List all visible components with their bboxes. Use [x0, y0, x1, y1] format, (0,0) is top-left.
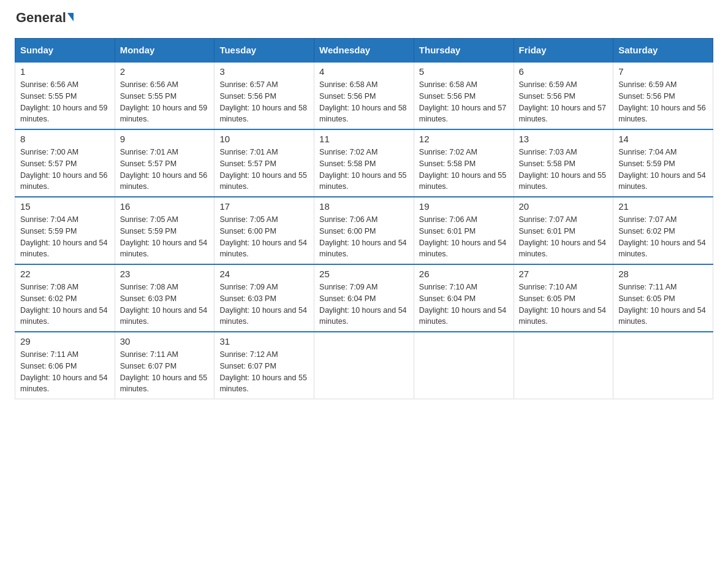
sunset-label: Sunset: 6:05 PM: [618, 294, 675, 303]
calendar-cell: 21 Sunrise: 7:07 AM Sunset: 6:02 PM Dayl…: [613, 197, 713, 264]
calendar-cell: 11 Sunrise: 7:02 AM Sunset: 5:58 PM Dayl…: [314, 129, 414, 197]
day-info: Sunrise: 7:00 AM Sunset: 5:57 PM Dayligh…: [20, 147, 110, 193]
day-info: Sunrise: 6:58 AM Sunset: 5:56 PM Dayligh…: [419, 79, 509, 125]
day-number: 11: [319, 134, 409, 144]
day-number: 15: [20, 201, 110, 212]
daylight-label: Daylight: 10 hours and 55 minutes.: [219, 171, 306, 191]
calendar-cell: 16 Sunrise: 7:05 AM Sunset: 5:59 PM Dayl…: [115, 197, 214, 264]
sunset-label: Sunset: 6:03 PM: [219, 294, 276, 303]
calendar-cell: 6 Sunrise: 6:59 AM Sunset: 5:56 PM Dayli…: [514, 62, 613, 129]
sunrise-label: Sunrise: 7:07 AM: [618, 215, 677, 224]
daylight-label: Daylight: 10 hours and 59 minutes.: [20, 104, 107, 124]
daylight-label: Daylight: 10 hours and 54 minutes.: [120, 239, 207, 259]
day-info: Sunrise: 7:09 AM Sunset: 6:03 PM Dayligh…: [219, 282, 309, 327]
daylight-label: Daylight: 10 hours and 54 minutes.: [618, 171, 705, 191]
day-info: Sunrise: 7:07 AM Sunset: 6:01 PM Dayligh…: [519, 214, 609, 260]
weekday-header-wednesday: Wednesday: [314, 39, 414, 63]
calendar-cell: [613, 332, 713, 399]
daylight-label: Daylight: 10 hours and 54 minutes.: [319, 306, 406, 326]
day-number: 30: [120, 336, 210, 347]
sunrise-label: Sunrise: 6:59 AM: [618, 80, 677, 89]
day-info: Sunrise: 7:06 AM Sunset: 6:00 PM Dayligh…: [319, 214, 409, 260]
sunrise-label: Sunrise: 7:02 AM: [319, 148, 377, 156]
sunrise-label: Sunrise: 6:58 AM: [419, 80, 477, 89]
sunrise-label: Sunrise: 6:56 AM: [120, 80, 178, 89]
sunset-label: Sunset: 6:02 PM: [20, 294, 77, 303]
daylight-label: Daylight: 10 hours and 59 minutes.: [120, 104, 207, 124]
sunrise-label: Sunrise: 7:11 AM: [20, 350, 78, 359]
day-info: Sunrise: 6:56 AM Sunset: 5:55 PM Dayligh…: [20, 79, 110, 125]
sunset-label: Sunset: 5:58 PM: [419, 159, 476, 168]
day-number: 12: [419, 134, 509, 144]
daylight-label: Daylight: 10 hours and 54 minutes.: [219, 239, 306, 259]
daylight-label: Daylight: 10 hours and 54 minutes.: [419, 239, 506, 259]
calendar-table: SundayMondayTuesdayWednesdayThursdayFrid…: [15, 38, 713, 399]
calendar-cell: 31 Sunrise: 7:12 AM Sunset: 6:07 PM Dayl…: [214, 332, 314, 399]
sunrise-label: Sunrise: 7:04 AM: [618, 148, 677, 156]
day-number: 28: [618, 269, 708, 279]
day-number: 1: [20, 66, 110, 77]
daylight-label: Daylight: 10 hours and 55 minutes.: [319, 171, 406, 191]
day-number: 8: [20, 134, 110, 144]
day-number: 10: [219, 134, 309, 144]
sunrise-label: Sunrise: 7:09 AM: [219, 283, 278, 291]
daylight-label: Daylight: 10 hours and 55 minutes.: [219, 373, 306, 394]
logo: General: [15, 15, 75, 26]
day-number: 27: [519, 269, 609, 279]
sunset-label: Sunset: 6:01 PM: [419, 227, 476, 236]
sunrise-label: Sunrise: 7:10 AM: [419, 283, 477, 291]
calendar-cell: 7 Sunrise: 6:59 AM Sunset: 5:56 PM Dayli…: [613, 62, 713, 129]
calendar-cell: [414, 332, 514, 399]
daylight-label: Daylight: 10 hours and 54 minutes.: [20, 373, 107, 394]
day-info: Sunrise: 7:02 AM Sunset: 5:58 PM Dayligh…: [319, 147, 409, 193]
daylight-label: Daylight: 10 hours and 54 minutes.: [419, 306, 506, 326]
calendar-week-3: 15 Sunrise: 7:04 AM Sunset: 5:59 PM Dayl…: [15, 197, 713, 264]
day-number: 23: [120, 269, 210, 279]
calendar-cell: 4 Sunrise: 6:58 AM Sunset: 5:56 PM Dayli…: [314, 62, 414, 129]
day-number: 4: [319, 66, 409, 77]
daylight-label: Daylight: 10 hours and 54 minutes.: [120, 306, 207, 326]
day-info: Sunrise: 6:56 AM Sunset: 5:55 PM Dayligh…: [120, 79, 210, 125]
sunset-label: Sunset: 5:57 PM: [20, 159, 77, 168]
daylight-label: Daylight: 10 hours and 54 minutes.: [20, 306, 107, 326]
daylight-label: Daylight: 10 hours and 58 minutes.: [219, 104, 306, 124]
daylight-label: Daylight: 10 hours and 56 minutes.: [120, 171, 207, 191]
calendar-cell: 9 Sunrise: 7:01 AM Sunset: 5:57 PM Dayli…: [115, 129, 214, 197]
sunrise-label: Sunrise: 7:07 AM: [519, 215, 577, 224]
calendar-cell: 13 Sunrise: 7:03 AM Sunset: 5:58 PM Dayl…: [514, 129, 613, 197]
day-info: Sunrise: 7:09 AM Sunset: 6:04 PM Dayligh…: [319, 282, 409, 327]
day-number: 21: [618, 201, 708, 212]
weekday-header-saturday: Saturday: [613, 39, 713, 63]
daylight-label: Daylight: 10 hours and 54 minutes.: [618, 239, 705, 259]
sunset-label: Sunset: 5:56 PM: [219, 92, 276, 101]
page-header: General: [15, 15, 713, 26]
day-info: Sunrise: 6:59 AM Sunset: 5:56 PM Dayligh…: [519, 79, 609, 125]
day-info: Sunrise: 7:04 AM Sunset: 5:59 PM Dayligh…: [20, 214, 110, 260]
day-info: Sunrise: 7:07 AM Sunset: 6:02 PM Dayligh…: [618, 214, 708, 260]
day-info: Sunrise: 7:05 AM Sunset: 5:59 PM Dayligh…: [120, 214, 210, 260]
calendar-cell: 24 Sunrise: 7:09 AM Sunset: 6:03 PM Dayl…: [214, 264, 314, 332]
daylight-label: Daylight: 10 hours and 55 minutes.: [419, 171, 506, 191]
calendar-cell: 30 Sunrise: 7:11 AM Sunset: 6:07 PM Dayl…: [115, 332, 214, 399]
sunrise-label: Sunrise: 6:56 AM: [20, 80, 78, 89]
weekday-header-monday: Monday: [115, 39, 214, 63]
sunrise-label: Sunrise: 7:11 AM: [618, 283, 677, 291]
sunrise-label: Sunrise: 7:11 AM: [120, 350, 178, 359]
calendar-cell: [314, 332, 414, 399]
day-number: 5: [419, 66, 509, 77]
sunrise-label: Sunrise: 6:58 AM: [319, 80, 377, 89]
sunset-label: Sunset: 5:56 PM: [419, 92, 476, 101]
daylight-label: Daylight: 10 hours and 57 minutes.: [519, 104, 606, 124]
day-number: 26: [419, 269, 509, 279]
day-number: 16: [120, 201, 210, 212]
sunset-label: Sunset: 6:02 PM: [618, 227, 675, 236]
day-number: 3: [219, 66, 309, 77]
sunset-label: Sunset: 6:07 PM: [120, 362, 176, 370]
weekday-header-friday: Friday: [514, 39, 613, 63]
sunset-label: Sunset: 5:59 PM: [618, 159, 675, 168]
day-number: 14: [618, 134, 708, 144]
sunrise-label: Sunrise: 7:01 AM: [219, 148, 278, 156]
sunset-label: Sunset: 6:03 PM: [120, 294, 176, 303]
day-number: 31: [219, 336, 309, 347]
calendar-cell: 8 Sunrise: 7:00 AM Sunset: 5:57 PM Dayli…: [15, 129, 115, 197]
